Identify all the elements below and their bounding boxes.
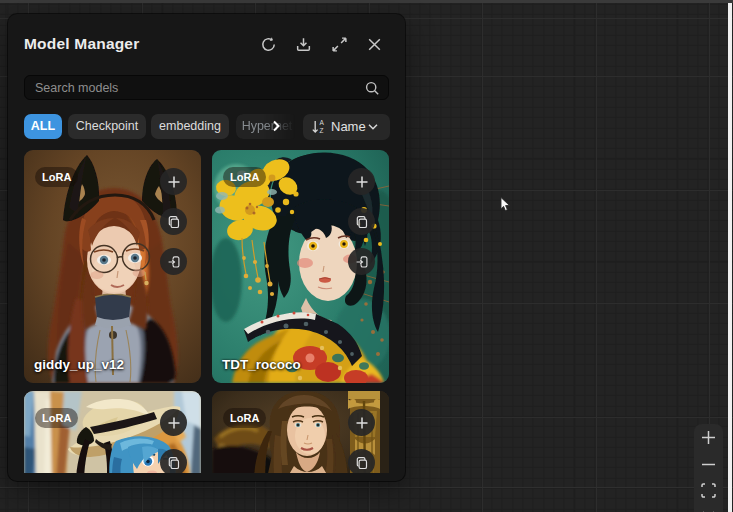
svg-text:A: A <box>320 119 325 126</box>
svg-text:Z: Z <box>320 127 324 134</box>
